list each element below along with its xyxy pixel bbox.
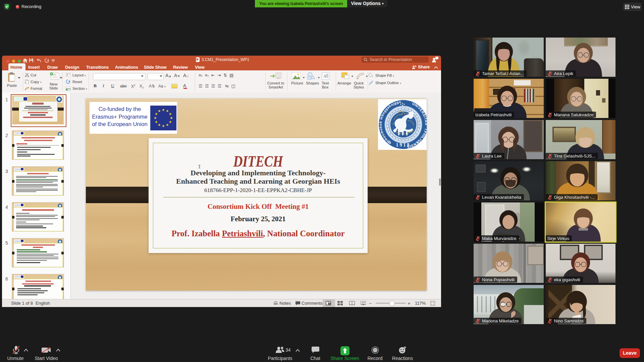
svg-text:1918: 1918 (396, 142, 411, 147)
svg-text:A: A (323, 74, 326, 78)
